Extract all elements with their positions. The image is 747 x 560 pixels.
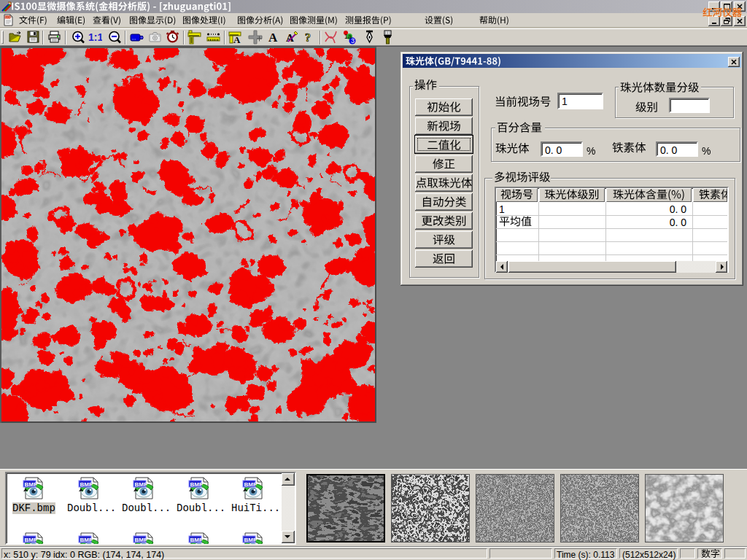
svg-text:A: A (233, 34, 241, 44)
svg-text:A: A (268, 31, 278, 44)
svg-text:3: 3 (351, 37, 355, 44)
svg-text:1:1: 1:1 (88, 31, 102, 43)
svg-text:?: ? (305, 31, 311, 44)
svg-text:DOC: DOC (5, 15, 12, 19)
